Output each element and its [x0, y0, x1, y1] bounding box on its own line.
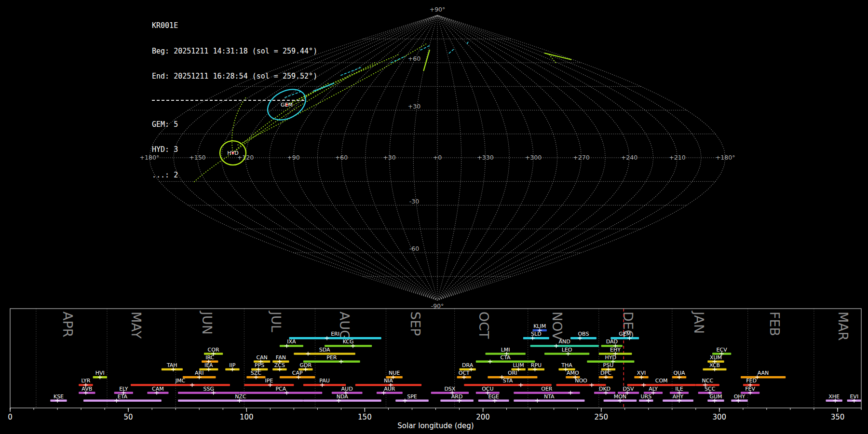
sky-lon-label: +210 — [669, 154, 685, 161]
shower-label-gem: GEM — [619, 331, 631, 337]
shower-label-cap: CAP — [292, 370, 303, 376]
shower-label-ari: ARI — [195, 370, 203, 376]
shower-label-nta: NTA — [544, 393, 555, 400]
shower-label-gum: GUM — [709, 393, 722, 400]
meteor-trail — [467, 41, 469, 44]
month-label-mar: MAR — [836, 312, 851, 341]
shower-label-dra: DRA — [462, 362, 474, 368]
meteor-trail — [391, 56, 405, 63]
shower-bar-per — [303, 361, 360, 363]
shower-label-per: PER — [326, 354, 337, 361]
shower-label-eta: ETA — [118, 393, 128, 400]
shower-label-ssg: SSG — [203, 386, 215, 392]
shower-bar-spe — [395, 400, 429, 402]
shower-bar-aur — [377, 392, 403, 393]
shower-label-xcb: XCB — [709, 362, 720, 368]
shower-label-dkd: DKD — [599, 386, 610, 392]
shower-bar-sld — [523, 337, 549, 339]
shower-bar-pau — [303, 384, 346, 386]
shower-label-pps: PPS — [255, 362, 264, 368]
month-label-jun: JUN — [200, 311, 215, 335]
meteor-trail — [420, 45, 430, 50]
shower-label-aly: ALY — [649, 386, 658, 392]
shower-bar-com — [627, 384, 696, 386]
shower-label-ohy: OHY — [734, 393, 746, 400]
x-tick-label: 150 — [358, 413, 372, 421]
plot-stage: KR001E Beg: 20251211 14:31:18 (sol = 259… — [0, 0, 868, 434]
shower-label-irc: IRC — [205, 354, 214, 361]
sky-and-timeline-plot: +180°+150+120+90+60+30+0+330+300+270+240… — [0, 0, 868, 434]
shower-label-spe: SPE — [407, 393, 417, 400]
shower-label-fev: FEV — [745, 386, 755, 392]
shower-label-xum: XUM — [710, 354, 722, 361]
shower-bar-eri — [289, 337, 381, 339]
sky-lon-label: +30 — [383, 154, 395, 161]
shower-label-szc: SZC — [251, 370, 262, 376]
sky-north-pole-label: +90° — [430, 6, 446, 13]
shower-label-aan: AAN — [758, 370, 769, 376]
shower-label-cor: COR — [208, 347, 219, 353]
shower-label-aud: AUD — [341, 386, 353, 392]
shower-label-sld: SLD — [531, 331, 542, 337]
header-begin-time: Beg: 20251211 14:31:18 (sol = 259.44°) — [152, 47, 317, 56]
shower-label-zcs: ZCS — [274, 362, 285, 368]
shower-label-sta: STA — [503, 378, 513, 384]
shower-label-jmc: JMC — [175, 378, 186, 384]
shower-bar-ixa — [280, 345, 303, 347]
shower-bar-nda — [303, 400, 381, 402]
shower-label-cta: CTA — [501, 354, 511, 361]
shower-label-nia: NIA — [384, 378, 393, 384]
month-label-jan: JAN — [692, 311, 706, 334]
shower-label-mon: MON — [614, 393, 626, 400]
shower-label-pca: PCA — [275, 386, 286, 392]
sky-lon-label: +300 — [525, 154, 542, 161]
shower-label-and: AND — [559, 339, 570, 345]
shower-label-amo: AMO — [567, 370, 579, 376]
shower-label-ixa: IXA — [287, 339, 296, 345]
shower-label-xvi: XVI — [637, 370, 646, 376]
x-tick-label: 50 — [124, 413, 133, 421]
shower-label-evi: EVI — [850, 393, 858, 400]
shower-label-obs: OBS — [578, 331, 589, 337]
shower-label-nue: NUE — [389, 370, 400, 376]
shower-label-leo: LEO — [562, 347, 572, 353]
shower-bar-jmc — [131, 384, 230, 386]
shower-label-ori: ORI — [508, 370, 517, 376]
shower-label-urs: URS — [640, 393, 651, 400]
sky-lat-label: +30 — [408, 103, 420, 110]
shower-label-dsx: DSX — [444, 386, 455, 392]
shower-label-klim: KLIM — [533, 323, 546, 329]
shower-bar-cta — [476, 361, 535, 363]
shower-label-iea: IEA — [204, 362, 213, 368]
count-other: ...: 2 — [152, 171, 317, 180]
x-tick-label: 200 — [476, 413, 490, 421]
header-end-time: End: 20251211 16:28:54 (sol = 259.52°) — [152, 72, 317, 81]
month-label-sep: SEP — [408, 312, 423, 336]
shower-bar-ssg — [178, 392, 240, 393]
shower-label-tha: THA — [561, 362, 572, 368]
shower-label-ely: ELY — [119, 386, 128, 392]
shower-label-hvi: HVI — [95, 370, 105, 376]
month-label-may: MAY — [129, 312, 144, 339]
shower-label-hyd: HYD — [605, 354, 616, 361]
shower-bar-eta — [83, 400, 162, 402]
shower-label-scc: SCC — [705, 386, 716, 392]
shower-label-ocu: OCU — [482, 386, 493, 392]
x-tick-label: 350 — [831, 413, 845, 421]
header-separator — [152, 100, 304, 101]
shower-label-oct: OCT — [459, 370, 470, 376]
month-label-oct: OCT — [476, 312, 491, 339]
header-block: KR001E Beg: 20251211 14:31:18 (sol = 259… — [152, 5, 317, 196]
shower-label-com: COM — [655, 378, 668, 384]
shower-label-psu: PSU — [603, 362, 614, 368]
shower-label-qua: QUA — [673, 370, 685, 376]
shower-label-ahy: AHY — [673, 393, 684, 400]
shower-label-ile: ILE — [675, 386, 683, 392]
meteor-trail — [449, 49, 454, 54]
shower-label-oer: OER — [541, 386, 553, 392]
shower-label-can: CAN — [256, 354, 267, 361]
shower-label-kse: KSE — [54, 393, 64, 400]
shower-label-iip: IIP — [229, 362, 235, 368]
shower-bar-nta — [514, 400, 584, 402]
shower-label-cam: CAM — [152, 386, 164, 392]
